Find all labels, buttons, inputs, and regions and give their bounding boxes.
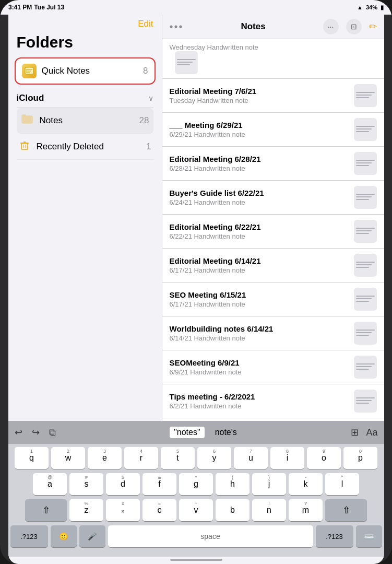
space-key[interactable]: space — [108, 525, 313, 547]
icloud-chevron[interactable]: ∨ — [148, 94, 153, 102]
key-s[interactable]: #s — [69, 473, 103, 495]
key-q[interactable]: 1q — [15, 447, 49, 469]
key-row-4: .?123 🙂 🎤 space .?123 ⌨️ — [10, 525, 382, 547]
header-dots: ••• — [170, 21, 184, 33]
key-w[interactable]: 2w — [51, 447, 85, 469]
note-content-8: SEOMeeting 6/9/21 6/9/21 Handwritten not… — [170, 358, 349, 376]
note-thumb-3 — [354, 186, 377, 209]
home-indicator — [8, 557, 384, 564]
note-item-4[interactable]: Editorial Meeting 6/22/21 6/22/21 Handwr… — [162, 215, 384, 249]
key-x[interactable]: x× — [106, 499, 140, 521]
wifi-icon: ▲ — [357, 4, 363, 10]
note-thumb-4 — [354, 220, 377, 243]
left-header: Edit — [8, 15, 162, 31]
key-g[interactable]: *g — [179, 473, 213, 495]
paste-icon[interactable]: ⧉ — [49, 427, 56, 438]
note-content-0: Editorial Meeting 7/6/21 Tuesday Handwri… — [170, 87, 349, 104]
shift-right-key[interactable]: ⇧ — [325, 499, 367, 521]
font-size-icon[interactable]: Aa — [366, 427, 377, 438]
note-subtitle-3: 6/24/21 Handwritten note — [170, 198, 349, 206]
key-v[interactable]: +v — [179, 499, 213, 521]
key-k[interactable]: -k — [289, 473, 323, 495]
autocomplete-bar: "notes" note's — [56, 427, 351, 438]
compose-button[interactable]: ✏ — [369, 21, 377, 32]
key-m[interactable]: ?m — [289, 499, 323, 521]
autocomplete-word-2[interactable]: note's — [215, 428, 237, 437]
key-l[interactable]: "l — [325, 473, 359, 495]
note-title-0: Editorial Meeting 7/6/21 — [170, 87, 349, 96]
key-y[interactable]: 6y — [197, 447, 231, 469]
note-subtitle-4: 6/22/21 Handwritten note — [170, 232, 349, 240]
key-a[interactable]: @a — [33, 473, 67, 495]
shift-left-key[interactable]: ⇧ — [25, 499, 67, 521]
key-o[interactable]: 9o — [307, 447, 341, 469]
key-u[interactable]: 7u — [234, 447, 268, 469]
quick-notes-icon — [22, 64, 37, 78]
key-r[interactable]: 4r — [124, 447, 158, 469]
emoji-key[interactable]: 🙂 — [51, 525, 77, 547]
hide-keyboard-key[interactable]: ⌨️ — [356, 525, 382, 547]
partial-note-item[interactable]: Wednesday Handwritten note — [162, 39, 384, 79]
time: 3:41 PM — [8, 4, 32, 11]
note-item-7[interactable]: Worldbuilding notes 6/14/21 6/14/21 Hand… — [162, 316, 384, 350]
folder-item-left-trash: Recently Deleted — [19, 139, 104, 154]
right-panel: ••• Notes ··· ⊡ ✏ — [162, 15, 384, 421]
key-h[interactable]: (h — [216, 473, 250, 495]
grid-icon[interactable]: ⊞ — [351, 427, 359, 438]
battery-icon: ▮ — [381, 4, 384, 11]
more-options-button[interactable]: ··· — [323, 19, 339, 34]
note-thumb-1 — [354, 118, 377, 141]
note-title-8: SEOMeeting 6/9/21 — [170, 358, 349, 367]
note-title-9: Tips meeting - 6/2/2021 — [170, 392, 349, 401]
icloud-section: iCloud ∨ Notes 28 — [8, 89, 162, 160]
note-subtitle-7: 6/14/21 Handwritten note — [170, 334, 349, 342]
redo-icon[interactable]: ↪ — [32, 427, 40, 438]
key-d[interactable]: $d — [106, 473, 140, 495]
quick-notes-item[interactable]: Quick Notes 8 — [15, 57, 156, 85]
numbers-key-right[interactable]: .?123 — [316, 525, 353, 547]
quick-notes-left: Quick Notes — [22, 64, 90, 78]
key-j[interactable]: )j — [252, 473, 286, 495]
note-item-8[interactable]: SEOMeeting 6/9/21 6/9/21 Handwritten not… — [162, 350, 384, 384]
note-content-1: ___ Meeting 6/29/21 6/29/21 Handwritten … — [170, 121, 349, 138]
key-c[interactable]: =c — [142, 499, 176, 521]
note-item-9[interactable]: Tips meeting - 6/2/2021 6/2/21 Handwritt… — [162, 384, 384, 418]
note-item-0[interactable]: Editorial Meeting 7/6/21 Tuesday Handwri… — [162, 79, 384, 113]
note-thumb-7 — [354, 322, 377, 345]
note-subtitle-0: Tuesday Handwritten note — [170, 97, 349, 104]
note-subtitle-1: 6/29/21 Handwritten note — [170, 131, 349, 138]
numbers-key-left[interactable]: .?123 — [10, 525, 48, 547]
key-z[interactable]: %z — [69, 499, 103, 521]
note-subtitle-9: 6/2/21 Handwritten note — [170, 402, 349, 410]
main-area: Edit Folders Quic — [8, 15, 384, 421]
note-item-5[interactable]: Editorial Meeting 6/14/21 6/17/21 Handwr… — [162, 249, 384, 283]
key-p[interactable]: 0p — [343, 447, 377, 469]
key-t[interactable]: 5t — [161, 447, 195, 469]
icloud-label: iCloud — [17, 93, 44, 103]
notes-header: ••• Notes ··· ⊡ ✏ — [162, 15, 384, 39]
key-b[interactable]: b — [216, 499, 250, 521]
note-item-6[interactable]: SEO Meeting 6/15/21 6/17/21 Handwritten … — [162, 283, 384, 316]
notes-title: Notes — [184, 21, 323, 32]
note-item-2[interactable]: Editorial Meeting 6/28/21 6/28/21 Handwr… — [162, 147, 384, 181]
edit-button[interactable]: Edit — [138, 19, 153, 29]
note-item-3[interactable]: Buyer's Guide list 6/22/21 6/24/21 Handw… — [162, 181, 384, 215]
more-icon: ··· — [328, 22, 334, 31]
note-thumb-2 — [354, 152, 377, 175]
key-f[interactable]: &f — [142, 473, 176, 495]
screen: Edit Folders Quic — [8, 15, 384, 564]
status-bar: 3:41 PM Tue Jul 13 ▲ 34% ▮ — [0, 0, 392, 15]
key-i[interactable]: 8i — [270, 447, 304, 469]
notes-folder-item[interactable]: Notes 28 — [17, 108, 153, 134]
note-content-9: Tips meeting - 6/2/2021 6/2/21 Handwritt… — [170, 392, 349, 410]
mic-key[interactable]: 🎤 — [79, 525, 105, 547]
undo-icon[interactable]: ↩ — [15, 427, 22, 438]
recently-deleted-folder-item[interactable]: Recently Deleted 1 — [17, 134, 153, 160]
note-content-6: SEO Meeting 6/15/21 6/17/21 Handwritten … — [170, 290, 349, 308]
key-n[interactable]: !n — [252, 499, 286, 521]
key-e[interactable]: 3e — [88, 447, 122, 469]
share-button[interactable]: ⊡ — [346, 19, 362, 34]
autocomplete-word-1[interactable]: "notes" — [170, 427, 205, 438]
note-item-1[interactable]: ___ Meeting 6/29/21 6/29/21 Handwritten … — [162, 113, 384, 147]
keyboard-toolbar: ↩ ↪ ⧉ "notes" note's ⊞ Aa — [8, 421, 384, 444]
